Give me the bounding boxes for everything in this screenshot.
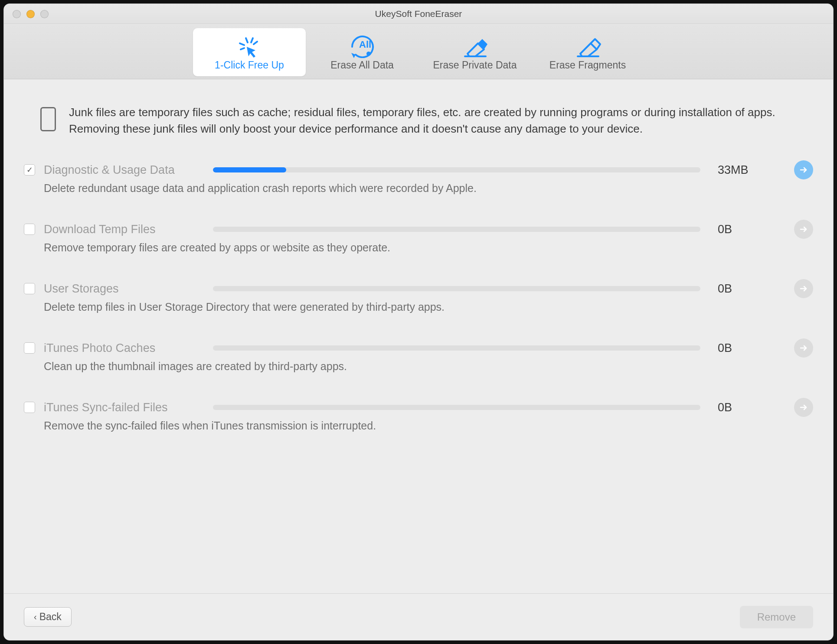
- phone-icon: [40, 107, 56, 131]
- content-area: Junk files are temporary files such as c…: [4, 79, 833, 593]
- arrow-right-icon: [799, 403, 808, 412]
- item-checkbox[interactable]: [24, 402, 35, 413]
- item-size: 0B: [718, 223, 783, 236]
- svg-marker-5: [351, 53, 356, 58]
- arrow-right-icon: [799, 224, 808, 234]
- item-description: Delete temp files in User Storage Direct…: [44, 301, 813, 313]
- item-progress: [213, 227, 718, 232]
- item-progress: [213, 167, 718, 172]
- arrow-right-icon: [799, 284, 808, 293]
- item-size: 0B: [718, 342, 783, 355]
- svg-text:All: All: [359, 39, 371, 50]
- intro-text: Junk files are temporary files such as c…: [69, 104, 801, 137]
- svg-line-0: [246, 38, 248, 42]
- item-size: 0B: [718, 401, 783, 414]
- tab-label: 1-Click Free Up: [196, 59, 302, 71]
- close-window-button[interactable]: [13, 10, 21, 18]
- tab-label: Erase Private Data: [422, 59, 528, 71]
- svg-line-1: [240, 43, 244, 45]
- item-detail-button[interactable]: [794, 279, 813, 298]
- item-description: Delete redundant usage data and applicat…: [44, 182, 813, 195]
- svg-line-4: [241, 48, 244, 49]
- item-title: User Storages: [44, 282, 213, 296]
- arrow-right-icon: [799, 343, 808, 353]
- item-description: Remove the sync-failed files when iTunes…: [44, 420, 813, 432]
- cleanup-item: iTunes Sync-failed Files0BRemove the syn…: [24, 398, 813, 449]
- item-size: 0B: [718, 282, 783, 296]
- item-progress: [213, 405, 718, 410]
- footer-bar: ‹ Back Remove: [4, 593, 833, 640]
- tab-label: Erase All Data: [309, 59, 415, 71]
- tab-1click-free-up[interactable]: 1-Click Free Up: [193, 28, 306, 76]
- back-button[interactable]: ‹ Back: [24, 607, 72, 627]
- remove-label: Remove: [757, 611, 796, 623]
- item-title: iTunes Photo Caches: [44, 342, 213, 355]
- item-title: Diagnostic & Usage Data: [44, 163, 213, 177]
- item-size: 33MB: [718, 163, 783, 177]
- item-detail-button[interactable]: [794, 398, 813, 417]
- minimize-window-button[interactable]: [26, 10, 35, 18]
- item-description: Remove temporary files are created by ap…: [44, 241, 813, 254]
- item-detail-button[interactable]: [794, 160, 813, 179]
- titlebar: UkeySoft FoneEraser: [4, 4, 833, 24]
- main-tabs: 1-Click Free Up All Erase All Data: [4, 24, 833, 79]
- app-window: UkeySoft FoneEraser 1-Click Free Up: [3, 3, 834, 641]
- item-checkbox[interactable]: [24, 224, 35, 235]
- item-description: Clean up the thumbnail images are create…: [44, 360, 813, 373]
- svg-line-3: [254, 42, 257, 44]
- cleanup-item: Diagnostic & Usage Data33MBDelete redund…: [24, 160, 813, 212]
- window-controls: [13, 10, 49, 18]
- svg-point-7: [366, 52, 371, 56]
- item-checkbox[interactable]: [24, 342, 35, 354]
- arrow-right-icon: [799, 165, 808, 175]
- item-title: Download Temp Files: [44, 223, 213, 236]
- eraser-filled-icon: [422, 33, 528, 59]
- erase-all-icon: All: [309, 33, 415, 59]
- item-detail-button[interactable]: [794, 338, 813, 358]
- remove-button[interactable]: Remove: [740, 606, 813, 628]
- tab-label: Erase Fragments: [535, 59, 641, 71]
- tab-erase-fragments[interactable]: Erase Fragments: [531, 28, 644, 76]
- tab-erase-private-data[interactable]: Erase Private Data: [418, 28, 531, 76]
- item-checkbox[interactable]: [24, 164, 35, 176]
- item-title: iTunes Sync-failed Files: [44, 401, 213, 414]
- svg-line-2: [251, 38, 253, 42]
- cleanup-item: User Storages0BDelete temp files in User…: [24, 279, 813, 331]
- item-progress: [213, 286, 718, 291]
- items-list: Diagnostic & Usage Data33MBDelete redund…: [24, 160, 813, 449]
- back-label: Back: [39, 611, 62, 623]
- cleanup-item: iTunes Photo Caches0BClean up the thumbn…: [24, 338, 813, 390]
- chevron-left-icon: ‹: [34, 612, 37, 622]
- cleanup-item: Download Temp Files0BRemove temporary fi…: [24, 220, 813, 271]
- cursor-sparkle-icon: [196, 33, 302, 59]
- item-checkbox[interactable]: [24, 283, 35, 294]
- tab-erase-all-data[interactable]: All Erase All Data: [306, 28, 418, 76]
- window-title: UkeySoft FoneEraser: [4, 9, 833, 19]
- intro-block: Junk files are temporary files such as c…: [40, 104, 801, 137]
- item-detail-button[interactable]: [794, 220, 813, 239]
- eraser-outline-icon: [535, 33, 641, 59]
- item-progress: [213, 345, 718, 351]
- zoom-window-button[interactable]: [40, 10, 49, 18]
